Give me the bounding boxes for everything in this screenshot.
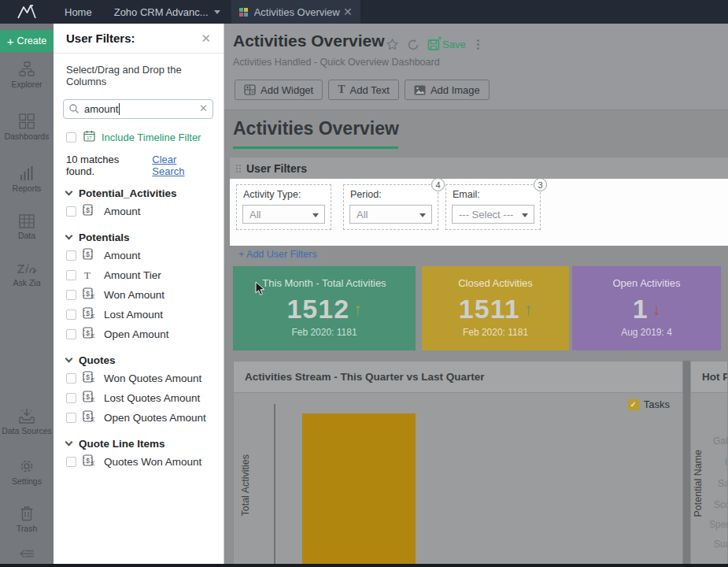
field-checkbox[interactable] <box>66 206 76 217</box>
text-cursor <box>119 103 120 115</box>
chart-title: Activities Stream - This Quarter vs Last… <box>234 361 682 393</box>
hot-category-label: Sco <box>714 499 728 510</box>
kpi-card[interactable]: Closed Activities 1511 ↑ Feb 2020: 1181 <box>422 266 569 350</box>
field-item[interactable]: $ΣLost Amount <box>54 305 224 324</box>
kpi-card[interactable]: Open Activities 1 ↓ Aug 2019: 4 <box>572 266 721 350</box>
sidebar-item-dashboards[interactable]: Dashboards <box>0 113 54 141</box>
workspace-switcher[interactable]: Zoho CRM Advanc... <box>103 0 231 24</box>
legend-checkbox-icon[interactable]: ✓ <box>628 399 639 410</box>
trend-up-icon: ↑ <box>524 300 533 319</box>
create-button[interactable]: + Create <box>0 30 54 52</box>
field-checkbox[interactable] <box>66 309 76 320</box>
field-item[interactable]: $ΣQuotes Won Amount <box>54 452 224 472</box>
panel-divider <box>683 361 690 567</box>
field-item[interactable]: TAmount Tier <box>54 265 224 285</box>
svg-text:17: 17 <box>87 135 91 140</box>
topbar-home[interactable]: Home <box>54 0 103 24</box>
add-image-button[interactable]: Add Image <box>405 80 490 100</box>
column-search: ✕ <box>63 99 213 119</box>
matches-count: 10 matches found. <box>66 154 149 177</box>
field-checkbox[interactable] <box>66 393 76 403</box>
field-checkbox[interactable] <box>66 250 76 261</box>
favorite-star-icon[interactable] <box>386 38 399 51</box>
hot-category-label: I <box>725 457 727 468</box>
page-subtitle: Activities Handled - Quick Overview Dash… <box>233 57 440 68</box>
sidebar-item-explorer[interactable]: Explorer <box>0 61 54 89</box>
chevron-down-icon <box>65 439 73 447</box>
field-checkbox[interactable] <box>66 457 76 467</box>
field-checkbox[interactable] <box>66 270 76 280</box>
currency-sum-type-icon: $Σ <box>83 371 98 387</box>
user-filter-box: Activity Type: All <box>236 184 331 230</box>
sidebar-item-trash[interactable]: Trash <box>0 506 54 533</box>
filter-value: All <box>357 209 368 220</box>
field-item[interactable]: $ΣOpen Quotes Amount <box>54 408 224 428</box>
plus-icon: + <box>7 35 14 48</box>
field-item[interactable]: $Amount <box>54 202 224 221</box>
field-group-header[interactable]: Quote Line Items <box>54 435 224 452</box>
panel-title: User Filters: <box>66 32 198 45</box>
sidebar-item-ask-zia[interactable]: Ask Zia <box>0 261 54 287</box>
sidebar-collapse-button[interactable] <box>0 548 54 562</box>
chevron-down-icon <box>65 355 73 363</box>
clear-search-icon[interactable]: ✕ <box>199 102 208 114</box>
field-checkbox[interactable] <box>66 413 76 423</box>
save-button[interactable]: * Save <box>427 39 466 51</box>
refresh-icon[interactable] <box>407 39 419 51</box>
search-results-row: 10 matches found. Clear Search <box>54 154 224 177</box>
drag-handle-icon[interactable] <box>236 165 241 172</box>
tab-close-icon[interactable]: ✕ <box>342 6 354 18</box>
clear-search-link[interactable]: Clear Search <box>152 154 211 177</box>
hot-category-label: Suar <box>714 539 728 550</box>
add-widget-button[interactable]: Add Widget <box>235 80 323 100</box>
kpi-value: 1511 <box>459 294 520 324</box>
panel-close-icon[interactable]: ✕ <box>198 30 214 47</box>
add-text-label: Add Text <box>350 84 390 96</box>
sidebar-item-data-sources[interactable]: Data Sources <box>0 408 54 435</box>
analytics-logo-icon[interactable] <box>0 0 54 24</box>
field-item[interactable]: $Amount <box>54 246 224 265</box>
filter-select[interactable]: All <box>349 205 432 224</box>
filter-select[interactable]: All <box>242 205 325 224</box>
filter-select[interactable]: --- Select --- <box>452 205 534 224</box>
field-label: Lost Amount <box>104 309 163 321</box>
text-type-icon: T <box>83 269 98 282</box>
svg-text:$: $ <box>86 393 90 401</box>
timeline-filter-checkbox[interactable] <box>66 132 76 143</box>
field-checkbox[interactable] <box>66 373 76 384</box>
timeline-filter-row: 17 Include Timeline Filter <box>54 130 224 145</box>
save-label: Save <box>442 39 466 50</box>
sidebar-item-settings[interactable]: Settings <box>0 458 54 486</box>
sidebar-item-reports[interactable]: Reports <box>0 165 54 193</box>
filter-label: Activity Type: <box>243 189 301 200</box>
kpi-card[interactable]: This Month - Total Activities 1512 ↑ Feb… <box>233 266 416 350</box>
add-text-button[interactable]: T Add Text <box>328 80 399 100</box>
timeline-filter-label[interactable]: Include Timeline Filter <box>102 132 201 143</box>
sidebar-item-label: Data Sources <box>0 426 54 435</box>
field-label: Won Quotes Amount <box>104 372 201 384</box>
field-label: Lost Quotes Amount <box>104 392 200 404</box>
field-checkbox[interactable] <box>66 290 76 300</box>
svg-text:$: $ <box>86 206 90 214</box>
data-icon <box>0 214 54 228</box>
field-group-header[interactable]: Quotes <box>54 351 224 369</box>
sidebar-item-data[interactable]: Data <box>0 214 54 240</box>
field-label: Open Quotes Amount <box>104 412 206 424</box>
field-group-header[interactable]: Potential_Activities <box>54 184 224 202</box>
field-item[interactable]: $ΣWon Quotes Amount <box>54 369 224 388</box>
field-checkbox[interactable] <box>66 329 76 339</box>
legend-label[interactable]: Tasks <box>644 398 670 410</box>
field-item[interactable]: $ΣOpen Amount <box>54 324 224 344</box>
tab-activities-overview[interactable]: Activities Overview ✕ <box>231 0 360 24</box>
svg-text:$: $ <box>86 309 90 317</box>
heading-underline <box>233 146 398 149</box>
sidebar-item-label: Data <box>0 231 54 240</box>
field-item[interactable]: $ΣWon Amount <box>54 285 224 305</box>
more-options-icon[interactable] <box>474 38 482 51</box>
user-filters-panel-header: User Filters: ✕ <box>54 24 224 54</box>
field-group-header[interactable]: Potentials <box>54 228 224 246</box>
add-user-filters-button[interactable]: + Add User Filters <box>230 247 326 262</box>
chevron-down-icon <box>214 10 220 14</box>
search-input[interactable] <box>63 99 213 119</box>
field-item[interactable]: $ΣLost Quotes Amount <box>54 388 224 408</box>
